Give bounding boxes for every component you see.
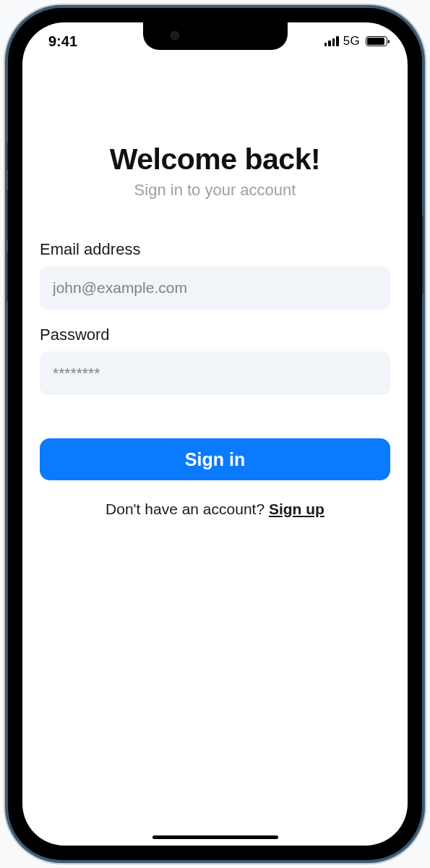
email-input[interactable] (40, 266, 390, 310)
signup-link[interactable]: Sign up (269, 501, 324, 517)
signin-button[interactable]: Sign in (40, 438, 390, 480)
battery-icon (366, 36, 387, 46)
password-label: Password (40, 326, 390, 344)
password-input[interactable] (40, 352, 390, 395)
battery-fill (367, 38, 384, 45)
status-right: 5G (324, 34, 387, 48)
email-field-group: Email address (40, 240, 390, 310)
signin-form: Email address Password Sign in Don't hav… (40, 240, 390, 518)
page-content: Welcome back! Sign in to your account Em… (22, 142, 408, 518)
cellular-signal-icon (324, 36, 339, 46)
notch (143, 22, 288, 50)
email-label: Email address (40, 240, 390, 259)
signup-prompt-text: Don't have an account? (106, 501, 269, 517)
device-bezel: 9:41 5G Welcome back! Sign in to your ac… (8, 8, 422, 860)
page-header: Welcome back! Sign in to your account (40, 142, 390, 200)
signup-prompt: Don't have an account? Sign up (40, 501, 390, 518)
status-time: 9:41 (48, 33, 77, 50)
device-frame: 9:41 5G Welcome back! Sign in to your ac… (5, 5, 425, 863)
page-title: Welcome back! (40, 142, 390, 176)
home-indicator[interactable] (152, 835, 278, 839)
network-type-label: 5G (343, 34, 360, 48)
front-camera-icon (171, 31, 179, 40)
page-subtitle: Sign in to your account (40, 181, 390, 200)
password-field-group: Password (40, 326, 390, 395)
screen: 9:41 5G Welcome back! Sign in to your ac… (22, 22, 408, 846)
